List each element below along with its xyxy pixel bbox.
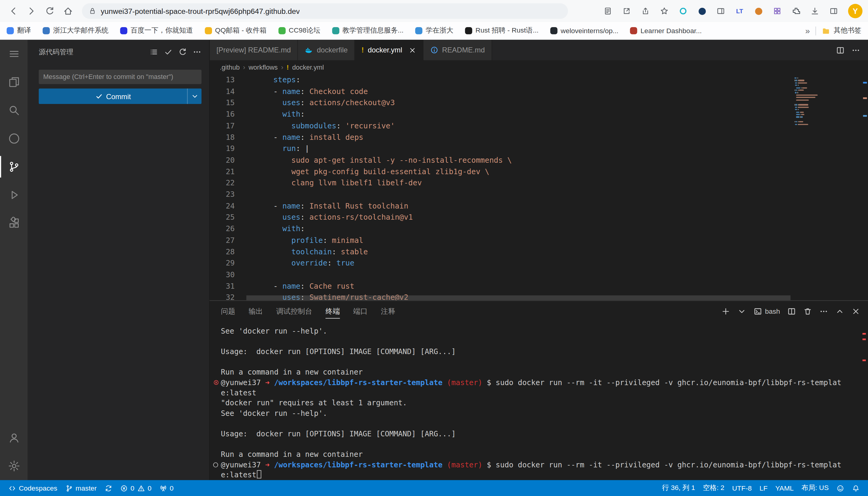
code-line[interactable]: 17 submodules: 'recursive': [210, 120, 868, 131]
activity-github[interactable]: [0, 124, 28, 153]
eol[interactable]: LF: [755, 480, 771, 496]
panel-tab-output[interactable]: 输出: [249, 301, 263, 322]
code-line[interactable]: 26 with:: [210, 223, 868, 234]
indentation[interactable]: 空格: 2: [699, 480, 728, 496]
panel-tab-terminal[interactable]: 终端: [326, 301, 340, 322]
code-line[interactable]: 16 with:: [210, 108, 868, 120]
extensions-puzzle-icon[interactable]: [788, 3, 804, 19]
open-in-new-icon[interactable]: [618, 3, 635, 19]
activity-explorer[interactable]: [0, 68, 28, 96]
breadcrumb[interactable]: .github›workflows›!docker.yml: [210, 60, 868, 74]
code-line[interactable]: 28 toolchain: stable: [210, 246, 868, 257]
split-editor-button[interactable]: [836, 46, 845, 54]
code-line[interactable]: 18 - name: install deps: [210, 131, 868, 143]
close-tab-icon[interactable]: [406, 46, 416, 54]
share-icon[interactable]: [637, 3, 654, 19]
code-line[interactable]: 31 - name: Cache rust: [210, 280, 868, 292]
activity-settings[interactable]: [0, 452, 28, 480]
activity-account[interactable]: [0, 424, 28, 452]
problems-indicator[interactable]: 00: [116, 480, 155, 496]
close-panel-button[interactable]: [851, 307, 860, 316]
bookmark-item[interactable]: weloveinterns/op...: [550, 27, 618, 35]
ext-teal-ring-icon[interactable]: [675, 3, 691, 19]
activity-run-and-debug[interactable]: [0, 181, 28, 209]
remote-indicator[interactable]: Codespaces: [4, 480, 61, 496]
forward-button[interactable]: [24, 3, 39, 19]
breadcrumb-item[interactable]: .github: [220, 63, 240, 71]
code-line[interactable]: 29 override: true: [210, 257, 868, 269]
split-terminal-button[interactable]: [787, 307, 796, 316]
ext-languagetool-icon[interactable]: LT: [731, 3, 748, 19]
tab-readme[interactable]: README.md: [423, 40, 492, 60]
horizontal-scrollbar[interactable]: [246, 295, 791, 300]
code-line[interactable]: 15 uses: actions/checkout@v3: [210, 97, 868, 108]
cursor-position[interactable]: 行 36, 列 1: [658, 480, 699, 496]
panel-tab-debug-console[interactable]: 调试控制台: [276, 301, 312, 322]
code-line[interactable]: 27 profile: minimal: [210, 234, 868, 246]
ext-orange-icon[interactable]: [750, 3, 767, 19]
bookmark-item[interactable]: QQ邮箱 - 收件箱: [205, 26, 267, 35]
scm-commit-button[interactable]: [164, 48, 173, 56]
terminal-dropdown-button[interactable]: [737, 307, 746, 316]
code-line[interactable]: 24 - name: Install Rust toolchain: [210, 200, 868, 212]
encoding[interactable]: UTF-8: [728, 480, 756, 496]
back-button[interactable]: [5, 3, 21, 19]
bookmark-item[interactable]: 翻译: [6, 26, 31, 35]
code-line[interactable]: 13 steps:: [210, 74, 868, 86]
minimap[interactable]: [792, 76, 826, 300]
bookmark-item[interactable]: CC98论坛: [278, 26, 320, 35]
scm-view-mode-button[interactable]: [150, 48, 158, 56]
branch-indicator[interactable]: master: [61, 480, 101, 496]
refresh-button[interactable]: [42, 3, 57, 19]
bookmark-item[interactable]: 教学管理信息服务...: [332, 26, 404, 35]
sync-indicator[interactable]: [101, 480, 116, 496]
other-bookmarks-button[interactable]: 其他书签: [822, 26, 862, 35]
code-line[interactable]: 20 sudo apt-get install -y --no-install-…: [210, 154, 868, 166]
ext-notes-icon[interactable]: [713, 3, 729, 19]
bookmark-item[interactable]: 浙江大学邮件系统: [43, 26, 108, 35]
tab-docker-yml[interactable]: !docker.yml: [355, 40, 423, 60]
activity-source-control[interactable]: [0, 153, 28, 181]
code-line[interactable]: 19 run: |: [210, 143, 868, 154]
address-bar[interactable]: yunwei37-potential-space-trout-rpr5qwj66…: [82, 3, 568, 19]
activity-search[interactable]: [0, 96, 28, 124]
scm-refresh-button[interactable]: [178, 48, 187, 56]
terminal[interactable]: See 'docker run --help'. Usage: docker r…: [210, 322, 868, 481]
bookmarks-overflow-button[interactable]: »: [805, 26, 810, 35]
kill-terminal-button[interactable]: [803, 307, 812, 316]
profile-avatar[interactable]: Y: [848, 4, 863, 18]
code-editor[interactable]: 13 steps:14 - name: Checkout code15 uses…: [210, 74, 868, 300]
bookmark-item[interactable]: 百度一下，你就知道: [120, 26, 193, 35]
download-icon[interactable]: [807, 3, 823, 19]
ext-grid-icon[interactable]: [769, 3, 785, 19]
bookmark-item[interactable]: 学在浙大: [415, 26, 454, 35]
language-mode[interactable]: YAML: [772, 480, 797, 496]
keyboard-layout[interactable]: 布局: US: [797, 480, 833, 496]
panel-tab-problems[interactable]: 问题: [221, 301, 235, 322]
breadcrumb-item[interactable]: docker.yml: [292, 63, 324, 71]
code-line[interactable]: 30: [210, 269, 868, 280]
notifications[interactable]: [848, 480, 864, 496]
code-line[interactable]: 25 uses: actions-rs/toolchain@v1: [210, 212, 868, 223]
activity-extensions[interactable]: [0, 209, 28, 237]
tab-preview-readme[interactable]: [Preview] README.md: [210, 40, 298, 60]
commit-button[interactable]: Commit: [39, 89, 201, 104]
editor-more-actions-button[interactable]: [851, 46, 860, 54]
panel-more-actions-button[interactable]: [820, 307, 828, 316]
code-line[interactable]: 14 - name: Checkout code: [210, 86, 868, 97]
tab-dockerfile[interactable]: dockerfile: [298, 40, 355, 60]
code-line[interactable]: 23: [210, 189, 868, 200]
reading-list-icon[interactable]: [600, 3, 616, 19]
ports-indicator[interactable]: 0: [155, 480, 177, 496]
code-line[interactable]: 22 clang llvm libelf1 libelf-dev: [210, 177, 868, 189]
new-terminal-button[interactable]: [721, 307, 730, 316]
bookmark-item[interactable]: Learner Dashboar...: [630, 27, 702, 35]
bookmark-item[interactable]: Rust 招聘 - Rust语...: [465, 26, 539, 35]
ext-navy-icon[interactable]: [694, 3, 710, 19]
scm-more-actions-button[interactable]: [193, 48, 201, 56]
maximize-panel-button[interactable]: [835, 307, 844, 316]
code-line[interactable]: 21 wget pkg-config build-essential zlib1…: [210, 166, 868, 177]
activity-menu[interactable]: [0, 40, 28, 68]
commit-message-input[interactable]: [39, 69, 201, 84]
panel-tab-comments[interactable]: 注释: [381, 301, 395, 322]
